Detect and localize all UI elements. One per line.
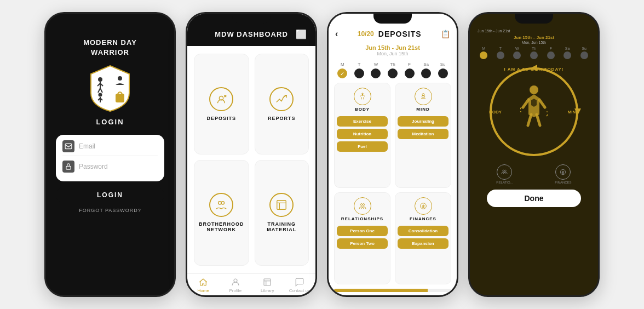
svg-line-32 — [528, 115, 531, 125]
password-icon — [62, 161, 74, 173]
mind-icon — [415, 88, 432, 105]
mind-item-meditation[interactable]: Meditation — [398, 129, 449, 139]
day-dot-m[interactable]: ✓ — [337, 68, 347, 78]
finances-item-expansion[interactable]: Expansion — [398, 238, 449, 249]
phone-login: MODERN DAY WARRIOR LOGIN — [44, 12, 176, 297]
dashboard-title: MDW DASHBOARD — [207, 30, 296, 38]
relationships-items: Person One Person Two — [335, 224, 390, 251]
relationships-header: RELATIONSHIPS — [335, 193, 390, 224]
nav-profile-label: Profile — [229, 288, 242, 293]
deposits-grid: BODY Exercise Nutrition Fuel MIND — [329, 83, 457, 284]
svg-rect-12 — [65, 144, 72, 149]
day-col-t: T — [354, 62, 364, 78]
week-day: Mon, Jun 15th — [329, 51, 457, 56]
finances-header: FINANCES — [395, 193, 451, 224]
svg-point-35 — [505, 170, 507, 171]
mind-item-journaling[interactable]: Journaling — [398, 116, 449, 127]
day-dot-w[interactable] — [371, 68, 381, 78]
body-items: Exercise Nutrition Fuel — [335, 114, 390, 154]
dashboard-tile-brotherhood[interactable]: BROTHERHOOD NETWORK — [194, 160, 249, 266]
category-body: BODY Exercise Nutrition Fuel — [334, 83, 390, 188]
svg-point-34 — [503, 170, 504, 171]
training-icon — [269, 193, 294, 217]
dashboard-tile-training[interactable]: TRAINING MATERIAL — [255, 160, 309, 266]
nav-home[interactable]: Home — [187, 277, 220, 293]
body-item-exercise[interactable]: Exercise — [337, 116, 388, 127]
svg-rect-11 — [116, 94, 124, 102]
mind-label: MIND — [416, 107, 429, 112]
body-item-nutrition[interactable]: Nutrition — [337, 129, 388, 139]
dashboard-grid: DEPOSITS REPORTS BROTHE — [187, 46, 315, 273]
nav-library-label: Library — [261, 288, 274, 293]
relationships-item-two[interactable]: Person Two — [337, 238, 388, 249]
phone-5d: Jun 15th - Jun 21st Jun 15th – Jun 21st … — [468, 12, 600, 297]
svg-point-29 — [530, 85, 538, 94]
done-button[interactable]: Done — [487, 190, 580, 207]
app-title: MODERN DAY WARRIOR — [83, 38, 137, 58]
finances-items: Consolidation Expansion — [395, 224, 451, 251]
deposits-label: DEPOSITS — [206, 116, 236, 121]
svg-point-27 — [363, 203, 364, 205]
day-dot-su[interactable] — [438, 68, 448, 78]
bottom-nav: Home Profile Library Contact us — [187, 273, 315, 295]
relationships-item-one[interactable]: Person One — [337, 226, 388, 236]
day-dot-sa[interactable] — [421, 68, 431, 78]
phone-deposits: ‹ 10/20 DEPOSITS 📋 Jun 15th - Jun 21st M… — [327, 12, 458, 297]
email-placeholder: Email — [79, 142, 95, 150]
email-row[interactable]: Email — [62, 140, 158, 156]
mind-items: Journaling Meditation — [395, 114, 451, 141]
deposits-header-icon[interactable]: 📋 — [441, 30, 450, 38]
nav-profile[interactable]: Profile — [220, 277, 252, 293]
body-item-fuel[interactable]: Fuel — [337, 141, 388, 152]
training-label: TRAINING MATERIAL — [267, 221, 296, 232]
day-dot-f[interactable] — [405, 68, 415, 78]
relationships-icon — [354, 197, 371, 215]
fivd-today-label: Mon, Jun 15th — [475, 41, 593, 44]
day-col-w: W — [371, 62, 381, 78]
fivd-date-row: Jun 15th - Jun 21st — [475, 29, 593, 33]
fivd-circle-area: I AM A 5D MAN TODAY! BODY MIND — [485, 62, 583, 161]
login-button[interactable]: LOGIN — [56, 187, 164, 203]
email-icon — [62, 140, 74, 152]
deposits-counter: 10/20 — [358, 30, 374, 38]
password-placeholder: Password — [79, 163, 108, 170]
relationships-icon-circle — [497, 164, 512, 180]
day-col-f: F — [405, 62, 415, 78]
dashboard-header: MDW DASHBOARD ⬜ — [187, 14, 315, 46]
relationships-label: RELATIONSHIPS — [341, 216, 383, 221]
back-button[interactable]: ‹ — [335, 29, 338, 39]
category-mind: MIND Journaling Meditation — [395, 83, 451, 188]
fivd-bottom-icons: RELATIO... FINANCES — [475, 164, 593, 184]
fivd-date-left: Jun 15th - Jun 21st — [478, 29, 510, 33]
finances-item-consolidation[interactable]: Consolidation — [398, 226, 449, 236]
finances-icon — [415, 197, 432, 215]
password-row[interactable]: Password — [62, 161, 158, 176]
nav-contact[interactable]: Contact us — [284, 277, 316, 293]
svg-point-16 — [221, 202, 225, 205]
brotherhood-icon — [209, 193, 233, 217]
svg-line-30 — [523, 100, 528, 107]
fivd-icon-finances: FINANCES — [555, 164, 571, 184]
svg-rect-21 — [264, 279, 271, 285]
svg-point-6 — [118, 76, 122, 81]
deposits-title: DEPOSITS — [378, 30, 422, 38]
dashboard-tile-reports[interactable]: REPORTS — [255, 54, 309, 154]
finances-label: FINANCES — [410, 216, 436, 221]
phone-dashboard: MDW DASHBOARD ⬜ DEPOSITS R — [186, 12, 317, 297]
day-dot-t[interactable] — [354, 68, 364, 78]
dashboard-tile-deposits[interactable]: DEPOSITS — [194, 54, 249, 154]
dashboard-menu-icon[interactable]: ⬜ — [296, 29, 307, 39]
svg-rect-17 — [277, 201, 286, 210]
week-range: Jun 15th - Jun 21st — [329, 44, 457, 51]
category-finances: FINANCES Consolidation Expansion — [395, 192, 451, 285]
login-form: Email Password — [56, 135, 164, 181]
nav-library[interactable]: Library — [251, 277, 284, 293]
progress-bar — [334, 289, 451, 292]
body-label: BODY — [355, 107, 370, 112]
human-figure — [520, 84, 548, 139]
nav-home-label: Home — [198, 288, 209, 293]
week-header: Jun 15th - Jun 21st Mon, Jun 15th — [329, 43, 457, 60]
day-dot-th[interactable] — [388, 68, 398, 78]
forgot-password-link[interactable]: FORGOT PASSWORD? — [79, 208, 141, 213]
fivd-week-label: Jun 15th – Jun 21st — [475, 35, 593, 40]
